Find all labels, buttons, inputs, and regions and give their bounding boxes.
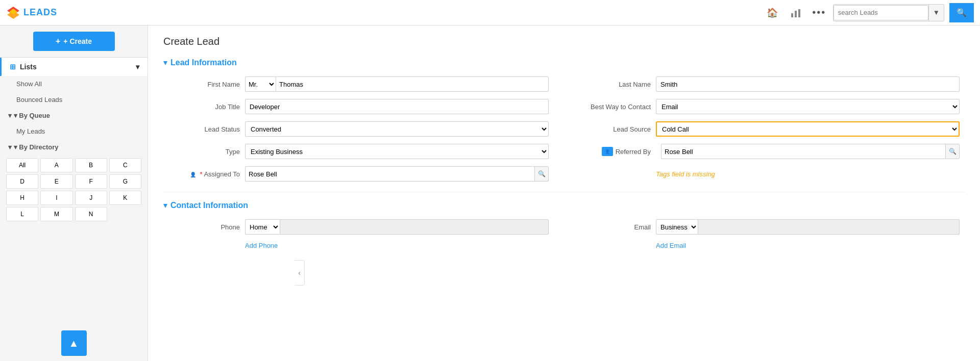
- dir-btn-j[interactable]: J: [75, 191, 107, 205]
- prefix-select[interactable]: Mr. Ms. Mrs. Dr.: [245, 76, 276, 92]
- phone-input[interactable]: [280, 219, 549, 235]
- brand-title: LEADS: [23, 7, 57, 18]
- add-phone-link[interactable]: Add Phone: [245, 242, 278, 249]
- lead-source-select[interactable]: Cold Call Existing Customer Partner Web …: [656, 121, 960, 137]
- assigned-to-row: 👤 * * Assigned ToAssigned To 🔍: [168, 166, 549, 182]
- assigned-to-search-icon: 🔍: [538, 170, 546, 177]
- dir-btn-b[interactable]: B: [75, 158, 107, 172]
- last-name-control: [656, 76, 960, 92]
- create-plus-icon: +: [56, 37, 60, 46]
- referred-by-search-icon: 🔍: [949, 148, 957, 155]
- scroll-up-icon: ▲: [69, 338, 79, 349]
- main-layout: + + Create ⊞ Lists ▾ Show All Bounced Le…: [0, 25, 980, 361]
- sidebar-item-my-leads[interactable]: My Leads: [0, 123, 148, 139]
- referred-by-input-group: 🔍: [661, 144, 960, 159]
- by-queue-group[interactable]: ▾ ▾ By Queue: [0, 108, 148, 123]
- add-email-row: Add Email: [579, 242, 960, 249]
- assigned-to-icon: 👤: [190, 172, 196, 177]
- dir-btn-n[interactable]: N: [75, 207, 107, 221]
- type-select[interactable]: Existing Business New Business: [245, 144, 549, 159]
- email-inline-select: Business Personal: [656, 219, 960, 235]
- lead-source-row: Lead Source Cold Call Existing Customer …: [579, 121, 960, 137]
- chart-button[interactable]: [786, 3, 805, 22]
- dir-btn-l[interactable]: L: [6, 207, 38, 221]
- dir-btn-d[interactable]: D: [6, 174, 38, 189]
- dir-btn-m[interactable]: M: [40, 207, 72, 221]
- sidebar-item-bounced-leads[interactable]: Bounced Leads: [0, 92, 148, 108]
- assigned-to-search-button[interactable]: 🔍: [534, 166, 549, 182]
- referred-by-icon: 👤: [602, 147, 613, 156]
- email-type-select[interactable]: Business Personal: [656, 219, 698, 235]
- my-leads-label: My Leads: [16, 127, 45, 135]
- assigned-to-label: 👤 * * Assigned ToAssigned To: [168, 170, 240, 178]
- collapse-chevron-icon: ‹: [298, 269, 301, 277]
- assigned-to-input[interactable]: [245, 166, 534, 182]
- more-options-button[interactable]: •••: [810, 3, 829, 22]
- collapse-panel-button[interactable]: ‹: [295, 260, 305, 286]
- first-name-input[interactable]: [276, 76, 549, 92]
- search-submit-button[interactable]: 🔍: [949, 3, 974, 22]
- dir-btn-a[interactable]: A: [40, 158, 72, 172]
- lead-info-form-grid: First Name Mr. Ms. Mrs. Dr.: [163, 76, 965, 182]
- first-name-row: First Name Mr. Ms. Mrs. Dr.: [168, 76, 549, 92]
- dir-btn-k[interactable]: K: [109, 191, 141, 205]
- job-title-input[interactable]: [245, 99, 549, 114]
- section-divider: [163, 192, 965, 192]
- referred-by-control: 🔍: [661, 144, 960, 159]
- lists-header-content: ⊞ Lists: [10, 63, 37, 71]
- dir-btn-c[interactable]: C: [109, 158, 141, 172]
- chart-icon: [790, 7, 801, 18]
- phone-inline-select: Home Work Mobile: [245, 219, 549, 235]
- tags-missing-cell: Tags field is missing: [579, 166, 960, 182]
- job-title-row: Job Title: [168, 99, 549, 114]
- lead-info-header[interactable]: ▾ Lead Information: [163, 58, 965, 67]
- dir-btn-i[interactable]: I: [40, 191, 72, 205]
- search-input[interactable]: [834, 5, 928, 20]
- main-content: Create Lead ▾ Lead Information First Nam…: [148, 25, 980, 361]
- lists-grid-icon: ⊞: [10, 63, 16, 71]
- by-directory-arrow-icon: ▾: [8, 143, 12, 151]
- svg-rect-3: [791, 13, 793, 17]
- show-all-label: Show All: [16, 80, 42, 88]
- dir-btn-f[interactable]: F: [75, 174, 107, 189]
- search-dropdown-button[interactable]: ▼: [928, 5, 944, 21]
- contact-information-section: ▾ Contact Information Phone Home Work Mo…: [163, 200, 965, 249]
- last-name-input[interactable]: [656, 76, 960, 92]
- referred-by-label: Referred By: [616, 148, 651, 156]
- referred-by-search-button[interactable]: 🔍: [945, 144, 960, 159]
- sidebar-item-show-all[interactable]: Show All: [0, 76, 148, 92]
- bounced-leads-label: Bounced Leads: [16, 96, 62, 104]
- lead-info-title: Lead Information: [170, 58, 237, 67]
- lead-status-select[interactable]: New Converted Recycled Dead: [245, 121, 549, 137]
- svg-rect-5: [798, 9, 800, 17]
- first-name-label: First Name: [168, 81, 240, 88]
- top-navigation: LEADS 🏠 ••• ▼ 🔍: [0, 0, 980, 25]
- create-button-label: + Create: [63, 37, 92, 45]
- referred-by-input[interactable]: [661, 144, 945, 159]
- email-input[interactable]: [698, 219, 960, 235]
- lead-information-section: ▾ Lead Information First Name Mr. Ms. Mr…: [163, 58, 965, 182]
- dir-btn-h[interactable]: H: [6, 191, 38, 205]
- email-control: Business Personal: [656, 219, 960, 235]
- lead-status-label: Lead Status: [168, 125, 240, 133]
- dir-btn-e[interactable]: E: [40, 174, 72, 189]
- dir-btn-g[interactable]: G: [109, 174, 141, 189]
- best-way-label: Best Way to Contact: [579, 103, 651, 111]
- add-email-link[interactable]: Add Email: [656, 242, 686, 249]
- create-button[interactable]: + + Create: [33, 32, 115, 51]
- by-directory-group[interactable]: ▾ ▾ By Directory: [0, 139, 148, 155]
- dir-btn-all[interactable]: All: [6, 158, 38, 172]
- last-name-label: Last Name: [579, 81, 651, 88]
- home-button[interactable]: 🏠: [763, 3, 782, 22]
- more-icon: •••: [812, 7, 826, 18]
- lists-header[interactable]: ⊞ Lists ▾: [0, 58, 148, 76]
- contact-info-title: Contact Information: [170, 201, 248, 210]
- brand-logo-icon: [6, 6, 20, 20]
- sidebar: + + Create ⊞ Lists ▾ Show All Bounced Le…: [0, 25, 148, 361]
- lists-chevron-icon: ▾: [136, 63, 139, 71]
- phone-type-select[interactable]: Home Work Mobile: [245, 219, 280, 235]
- best-way-select[interactable]: Email Phone: [656, 99, 960, 114]
- svg-rect-4: [795, 11, 797, 17]
- scroll-to-top-button[interactable]: ▲: [61, 330, 87, 356]
- contact-info-header[interactable]: ▾ Contact Information: [163, 200, 965, 210]
